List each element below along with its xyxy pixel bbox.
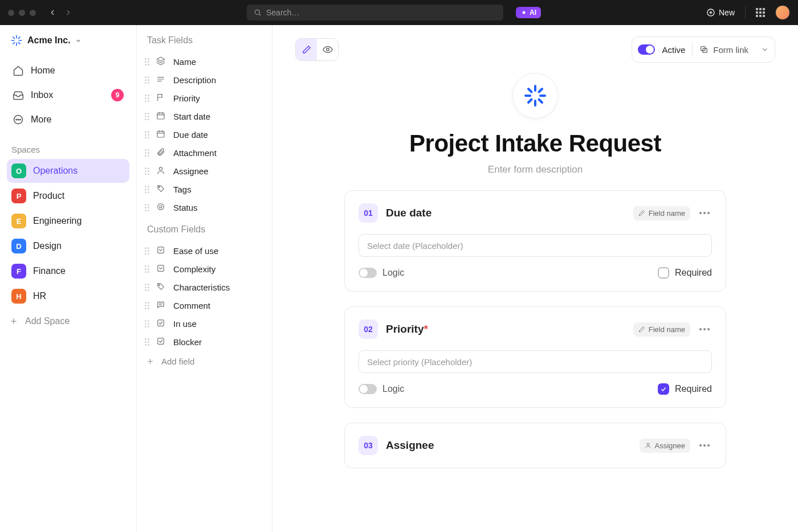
form-logo[interactable] (512, 73, 558, 118)
traffic-lights (8, 10, 36, 16)
home-icon (13, 65, 24, 76)
question-input[interactable]: Select priority (Placeholder) (359, 350, 712, 373)
apps-grid-icon[interactable] (756, 8, 765, 17)
inbox-icon (13, 89, 24, 101)
field-label: Due date (173, 130, 208, 140)
svg-line-11 (18, 42, 20, 44)
drag-handle-icon[interactable] (145, 338, 149, 346)
svg-point-2 (523, 11, 526, 14)
space-chip: O (11, 163, 26, 178)
preview-mode-button[interactable] (317, 39, 338, 60)
flag-icon (156, 93, 166, 103)
workspace-switcher[interactable]: Acme Inc. (0, 25, 136, 55)
field-tags[interactable]: Tags (137, 180, 272, 198)
nav-inbox[interactable]: Inbox 9 (7, 83, 129, 107)
back-button[interactable] (46, 6, 59, 19)
drag-handle-icon[interactable] (145, 167, 149, 175)
chevron-down-icon[interactable] (761, 46, 769, 54)
space-engineering[interactable]: E Engineering (7, 209, 129, 233)
add-field-button[interactable]: Add field (137, 351, 272, 372)
edit-mode-button[interactable] (296, 39, 317, 60)
field-label: Tags (173, 185, 192, 194)
field-comment[interactable]: Comment (137, 296, 272, 314)
field-ease-of-use[interactable]: Ease of use (137, 242, 272, 260)
drag-handle-icon[interactable] (145, 95, 149, 102)
nav-more[interactable]: More (7, 108, 129, 131)
form-link-button[interactable]: Form link (699, 45, 748, 55)
field-due-date[interactable]: Due date (137, 125, 272, 144)
question-title[interactable]: Assignee (386, 439, 434, 452)
drag-handle-icon[interactable] (145, 320, 149, 328)
space-chip: H (11, 289, 26, 304)
drag-handle-icon[interactable] (145, 113, 149, 120)
field-start-date[interactable]: Start date (137, 107, 272, 125)
question-menu-button[interactable] (697, 442, 712, 449)
required-checkbox[interactable] (658, 383, 669, 395)
select-icon (156, 264, 166, 274)
space-finance[interactable]: F Finance (7, 259, 129, 283)
space-product[interactable]: P Product (7, 184, 129, 208)
plus-icon (146, 357, 154, 366)
field-status[interactable]: Status (137, 198, 272, 216)
field-priority[interactable]: Priority (137, 89, 272, 107)
svg-line-10 (13, 37, 15, 39)
task-fields-header: Task Fields (137, 35, 272, 46)
space-design[interactable]: D Design (7, 234, 129, 258)
add-space-button[interactable]: Add Space (0, 309, 136, 333)
forward-button[interactable] (62, 6, 75, 19)
drag-handle-icon[interactable] (145, 284, 149, 291)
ai-button[interactable]: AI (516, 7, 541, 18)
active-toggle[interactable] (638, 44, 655, 55)
logic-toggle[interactable] (359, 268, 377, 278)
user-avatar[interactable] (775, 5, 790, 20)
field-label: Assignee (173, 166, 209, 176)
question-menu-button[interactable] (697, 210, 712, 216)
text-icon (156, 75, 166, 85)
field-complexity[interactable]: Complexity (137, 260, 272, 278)
drag-handle-icon[interactable] (145, 149, 149, 157)
field-name[interactable]: Name (137, 52, 272, 71)
drag-handle-icon[interactable] (145, 76, 149, 84)
question-title[interactable]: Due date (386, 207, 431, 219)
svg-point-56 (647, 443, 649, 445)
fieldname-chip[interactable]: Field name (633, 206, 690, 220)
form-title[interactable]: Project Intake Request (319, 130, 752, 157)
zoom-dot[interactable] (30, 10, 36, 16)
fieldname-chip[interactable]: Field name (633, 322, 690, 337)
question-number: 01 (359, 203, 378, 223)
drag-handle-icon[interactable] (145, 265, 149, 273)
drag-handle-icon[interactable] (145, 302, 149, 309)
logic-toggle[interactable] (359, 384, 377, 394)
question-title[interactable]: Priority* (386, 323, 428, 335)
search-input[interactable]: Search… (247, 5, 503, 21)
minimize-dot[interactable] (19, 10, 25, 16)
assignee-chip[interactable]: Assignee (640, 439, 690, 453)
field-label: Blocker (173, 337, 202, 347)
nav-home[interactable]: Home (7, 59, 129, 82)
drag-handle-icon[interactable] (145, 204, 149, 211)
form-desc-placeholder[interactable]: Enter form description (319, 164, 752, 175)
space-hr[interactable]: H HR (7, 284, 129, 308)
close-dot[interactable] (8, 10, 14, 16)
new-button[interactable]: New (706, 8, 735, 17)
field-description[interactable]: Description (137, 71, 272, 89)
drag-handle-icon[interactable] (145, 58, 149, 66)
field-in-use[interactable]: In use (137, 314, 272, 333)
svg-point-34 (158, 204, 164, 210)
field-assignee[interactable]: Assignee (137, 162, 272, 180)
drag-handle-icon[interactable] (145, 247, 149, 255)
svg-line-13 (18, 37, 20, 39)
question-card-01[interactable]: 01 Due date Field name Select date (Plac… (344, 190, 726, 292)
drag-handle-icon[interactable] (145, 186, 149, 193)
required-checkbox[interactable] (658, 267, 669, 279)
field-characteristics[interactable]: Characteristics (137, 278, 272, 296)
space-operations[interactable]: O Operations (7, 159, 129, 183)
question-input[interactable]: Select date (Placeholder) (359, 234, 712, 257)
field-attachment[interactable]: Attachment (137, 144, 272, 162)
question-menu-button[interactable] (697, 326, 712, 333)
drag-handle-icon[interactable] (145, 131, 149, 138)
field-blocker[interactable]: Blocker (137, 333, 272, 351)
question-card-02[interactable]: 02 Priority* Field name Select priority … (344, 306, 726, 408)
form-link-label: Form link (713, 45, 748, 55)
question-card-03[interactable]: 03 Assignee Assignee (344, 423, 726, 468)
